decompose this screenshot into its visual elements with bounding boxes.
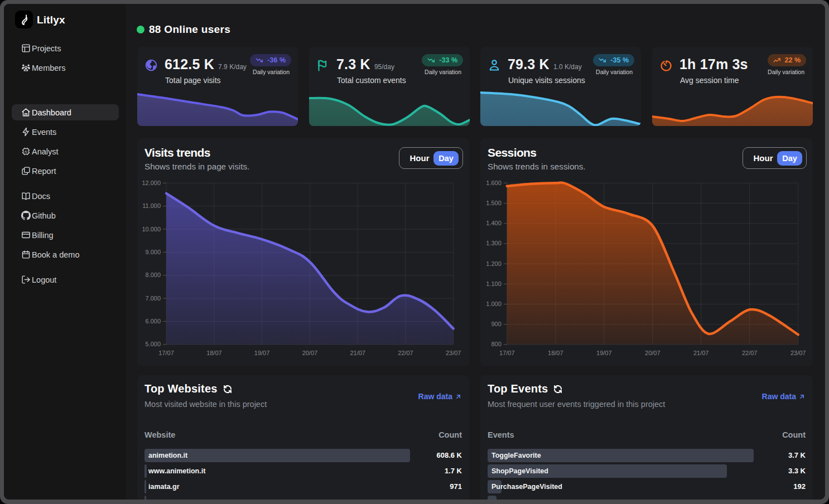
svg-text:21/07: 21/07 bbox=[693, 350, 709, 356]
svg-text:17/07: 17/07 bbox=[158, 350, 174, 356]
svg-text:1.100: 1.100 bbox=[486, 280, 502, 287]
svg-text:22/07: 22/07 bbox=[398, 350, 413, 356]
svg-text:18/07: 18/07 bbox=[206, 350, 222, 356]
svg-text:22/07: 22/07 bbox=[742, 350, 758, 356]
svg-text:23/07: 23/07 bbox=[791, 350, 806, 356]
svg-text:17/07: 17/07 bbox=[499, 350, 515, 356]
svg-text:1.200: 1.200 bbox=[486, 260, 502, 267]
svg-text:1.300: 1.300 bbox=[486, 240, 502, 246]
svg-text:19/07: 19/07 bbox=[596, 350, 612, 356]
svg-text:800: 800 bbox=[491, 341, 501, 347]
svg-text:10.000: 10.000 bbox=[142, 226, 161, 232]
svg-text:20/07: 20/07 bbox=[302, 350, 318, 356]
svg-text:12.000: 12.000 bbox=[142, 180, 161, 186]
svg-text:7.000: 7.000 bbox=[146, 295, 161, 302]
svg-text:900: 900 bbox=[491, 321, 501, 327]
svg-text:19/07: 19/07 bbox=[254, 350, 270, 356]
svg-text:AI: AI bbox=[25, 150, 28, 153]
svg-text:18/07: 18/07 bbox=[548, 350, 563, 356]
svg-text:5.000: 5.000 bbox=[146, 341, 161, 347]
svg-text:1.600: 1.600 bbox=[486, 180, 502, 186]
svg-text:20/07: 20/07 bbox=[645, 350, 661, 356]
svg-text:1.500: 1.500 bbox=[486, 200, 502, 206]
svg-text:6.000: 6.000 bbox=[146, 318, 161, 324]
svg-text:23/07: 23/07 bbox=[446, 350, 461, 356]
svg-text:1.400: 1.400 bbox=[486, 220, 502, 226]
svg-text:8.000: 8.000 bbox=[146, 272, 161, 278]
svg-text:21/07: 21/07 bbox=[350, 350, 365, 356]
svg-text:9.000: 9.000 bbox=[146, 249, 161, 255]
svg-text:1.000: 1.000 bbox=[486, 301, 502, 307]
svg-text:11.000: 11.000 bbox=[142, 202, 161, 209]
